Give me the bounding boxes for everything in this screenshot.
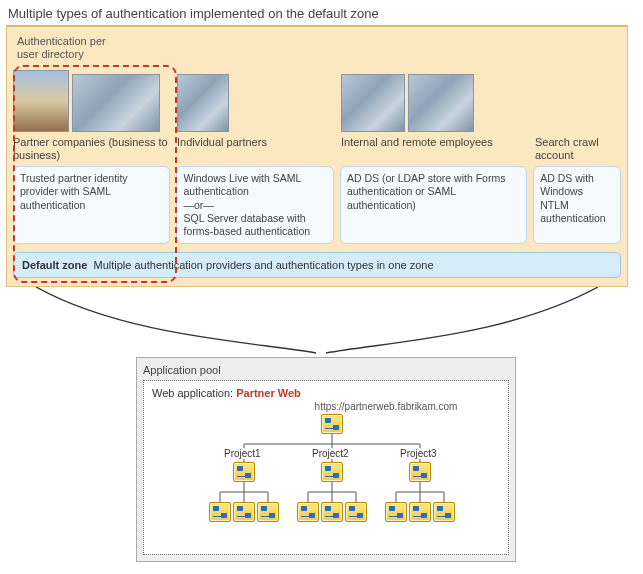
- user-category-columns: Partner companies (business to business)…: [13, 66, 621, 162]
- app-pool-title: Application pool: [143, 364, 509, 376]
- auth-per-label: Authentication per user directory: [17, 35, 621, 60]
- site-node: [209, 502, 231, 522]
- column-label: Search crawl account: [535, 136, 623, 162]
- column-label: Partner companies (business to business): [13, 136, 171, 162]
- site-node: [345, 502, 367, 522]
- column-label: Individual partners: [177, 136, 335, 162]
- zone-label: Default zone: [22, 259, 87, 271]
- webapp-title: Web application: Partner Web: [152, 387, 500, 399]
- webapp-label: Web application:: [152, 387, 233, 399]
- project-label-2: Project2: [310, 448, 351, 459]
- column-search-crawl: Search crawl account: [535, 66, 623, 162]
- site-node: [257, 502, 279, 522]
- auth-per-line2: user directory: [17, 48, 84, 60]
- site-node: [409, 462, 431, 482]
- webapp-url: https://partnerweb.fabrikam.com: [272, 401, 500, 412]
- auth-box-crawl: AD DS with Windows NTLM authentication: [533, 166, 621, 244]
- default-zone-bar: Default zone Multiple authentication pro…: [13, 252, 621, 278]
- site-node-root: [321, 414, 343, 434]
- site-tree: Project1 Project2 Project3: [152, 414, 500, 544]
- site-node: [409, 502, 431, 522]
- column-label: Internal and remote employees: [341, 136, 529, 162]
- image-row: [535, 66, 623, 132]
- image-row: [13, 66, 171, 132]
- worker-photo: [341, 74, 405, 132]
- zone-desc: Multiple authentication providers and au…: [94, 259, 434, 271]
- image-row: [341, 66, 529, 132]
- application-pool-box: Application pool Web application: Partne…: [136, 357, 516, 562]
- project-label-3: Project3: [398, 448, 439, 459]
- auth-per-line1: Authentication per: [17, 35, 106, 47]
- auth-box-partner: Trusted partner identity provider with S…: [13, 166, 170, 244]
- web-application-box: Web application: Partner Web https://par…: [143, 380, 509, 555]
- image-row: [177, 66, 335, 132]
- site-node: [233, 502, 255, 522]
- building-photo: [13, 70, 69, 132]
- column-employees: Internal and remote employees: [341, 66, 529, 162]
- diagram-title: Multiple types of authentication impleme…: [8, 6, 637, 21]
- project-label-1: Project1: [222, 448, 263, 459]
- laptop-photo: [408, 74, 474, 132]
- column-individual-partners: Individual partners: [177, 66, 335, 162]
- auth-box-individual: Windows Live with SAML authentication —o…: [176, 166, 333, 244]
- connector-lines: [6, 287, 628, 355]
- site-node: [233, 462, 255, 482]
- auth-box-employees: AD DS (or LDAP store with Forms authenti…: [340, 166, 527, 244]
- auth-provider-row: Trusted partner identity provider with S…: [13, 166, 621, 244]
- site-node: [321, 502, 343, 522]
- site-node: [385, 502, 407, 522]
- group-photo: [72, 74, 160, 132]
- site-node: [321, 462, 343, 482]
- auth-zone-container: Authentication per user directory Partne…: [6, 25, 628, 287]
- webapp-name: Partner Web: [236, 387, 301, 399]
- column-partner-companies: Partner companies (business to business): [13, 66, 171, 162]
- site-node: [297, 502, 319, 522]
- site-node: [433, 502, 455, 522]
- person-photo: [177, 74, 229, 132]
